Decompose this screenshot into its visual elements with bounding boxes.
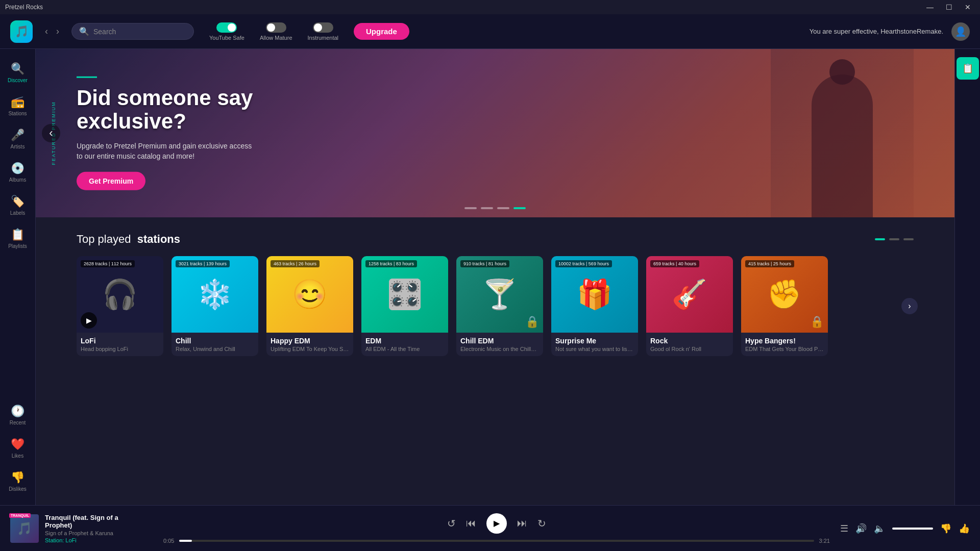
mute-button[interactable]: 🔈 <box>874 523 885 534</box>
happy-edm-badge: 463 tracks | 26 hours <box>271 260 320 267</box>
edm-desc: All EDM - All the Time <box>365 346 444 352</box>
happy-edm-icon: 😊 <box>292 278 328 311</box>
add-icon: 📋 <box>962 63 973 74</box>
volume-slider[interactable] <box>892 528 933 530</box>
station-card-edm[interactable]: 🎛️ 1258 tracks | 83 hours EDM All EDM - … <box>361 256 448 356</box>
section-nav <box>875 238 914 240</box>
nav-arrows: ‹ › <box>43 24 61 39</box>
chill-name: Chill <box>176 337 254 345</box>
sidebar-item-labels[interactable]: 🏷️ Labels <box>3 190 33 221</box>
cards-container-wrapper: 🎧 2628 tracks | 112 hours ▶ LoFi Head bo… <box>77 256 914 356</box>
instrumental-label: Instrumental <box>308 35 339 41</box>
play-pause-button[interactable]: ▶ <box>486 513 507 534</box>
search-input[interactable] <box>93 28 186 36</box>
skip-forward-button[interactable]: ⏭ <box>517 517 527 529</box>
surprise-me-name: Surprise Me <box>555 337 634 345</box>
repeat-button[interactable]: ↺ <box>447 517 456 530</box>
sidebar-item-playlists[interactable]: 📋 Playlists <box>3 223 33 254</box>
avatar[interactable]: 👤 <box>951 22 970 41</box>
station-card-rock[interactable]: 🎸 659 tracks | 40 hours Rock Good ol Roc… <box>646 256 733 356</box>
hero-title: Did someone say exclusive? <box>77 86 255 133</box>
speaker-button[interactable]: 🔊 <box>855 523 867 534</box>
edm-icon: 🎛️ <box>387 278 423 311</box>
user-area: You are super effective, HearthstoneRema… <box>810 22 970 41</box>
maximize-button[interactable]: ☐ <box>942 3 957 11</box>
sidebar-item-artists[interactable]: 🎤 Artists <box>3 123 33 155</box>
section-title: Top played stations <box>77 233 180 246</box>
hero-dot-1[interactable] <box>464 207 477 209</box>
station-card-lofi[interactable]: 🎧 2628 tracks | 112 hours ▶ LoFi Head bo… <box>77 256 163 356</box>
nav-dot-1[interactable] <box>875 238 885 240</box>
title-prefix: Top played <box>77 233 131 245</box>
chill-edm-icon: 🍸 <box>482 278 518 311</box>
hero-dot-4[interactable] <box>513 207 526 209</box>
hero-prev-button[interactable]: ‹ <box>42 124 60 142</box>
sidebar-item-dislikes[interactable]: 👎 Dislikes <box>3 466 33 497</box>
instrumental-toggle[interactable] <box>313 22 333 33</box>
surprise-me-desc: Not sure what you want to listen to? <box>555 346 634 352</box>
station-card-happy-edm[interactable]: 😊 463 tracks | 26 hours Happy EDM Uplift… <box>266 256 353 356</box>
sidebar: 🔍 Discover 📻 Stations 🎤 Artists 💿 Albums… <box>0 49 36 505</box>
station-card-surprise-me[interactable]: 🎁 10002 tracks | 569 hours Surprise Me N… <box>551 256 638 356</box>
body: 🔍 Discover 📻 Stations 🎤 Artists 💿 Albums… <box>0 49 980 505</box>
hero-dots <box>464 207 526 209</box>
back-button[interactable]: ‹ <box>43 24 50 39</box>
thumbs-down-button[interactable]: 👎 <box>940 523 951 534</box>
minimize-button[interactable]: — <box>922 3 938 11</box>
nav-dot-3[interactable] <box>903 238 914 240</box>
station-card-chill-edm[interactable]: 🍸 910 tracks | 81 hours 🔒 Chill EDM Elec… <box>456 256 543 356</box>
sidebar-item-discover[interactable]: 🔍 Discover <box>3 57 33 88</box>
hero-banner: Featured Premium Did someone say exclusi… <box>36 49 954 217</box>
rock-icon: 🎸 <box>672 278 707 311</box>
discover-icon: 🔍 <box>11 62 24 76</box>
sidebar-item-albums[interactable]: 💿 Albums <box>3 157 33 188</box>
upgrade-button[interactable]: Upgrade <box>354 23 409 40</box>
lofi-desc: Head bopping LoFi <box>81 346 159 352</box>
rock-badge: 659 tracks | 40 hours <box>650 260 699 267</box>
queue-button[interactable]: ☰ <box>840 523 848 534</box>
hero-dot-3[interactable] <box>497 207 509 209</box>
stations-next-button[interactable]: › <box>901 298 918 314</box>
sidebar-item-recent[interactable]: 🕐 Recent <box>3 399 33 431</box>
chill-edm-lock-icon: 🔒 <box>525 315 539 329</box>
player-artists: Sign of a Prophet & Karuna <box>45 530 147 536</box>
skip-back-button[interactable]: ⏮ <box>466 517 476 529</box>
shuffle-button[interactable]: ↻ <box>537 517 546 530</box>
youtube-safe-toggle-item: YouTube Safe <box>209 22 244 41</box>
artists-icon: 🎤 <box>11 129 24 142</box>
station-thumb-edm: 🎛️ 1258 tracks | 83 hours <box>361 256 448 333</box>
app-name: Pretzel Rocks <box>5 4 43 11</box>
lofi-play-button[interactable]: ▶ <box>81 312 97 329</box>
close-button[interactable]: ✕ <box>961 3 975 11</box>
station-card-chill[interactable]: ❄️ 3021 tracks | 139 hours Chill Relax, … <box>172 256 258 356</box>
likes-icon: ❤️ <box>11 438 24 451</box>
thumbs-up-button[interactable]: 👍 <box>959 523 970 534</box>
nav-dot-2[interactable] <box>889 238 899 240</box>
section-header: Top played stations <box>77 233 914 246</box>
surprise-me-badge: 10002 tracks | 569 hours <box>555 260 612 267</box>
title-bar: Pretzel Rocks — ☐ ✕ <box>0 0 980 14</box>
progress-bar[interactable] <box>179 540 814 542</box>
current-time: 0:05 <box>163 538 174 544</box>
forward-button[interactable]: › <box>54 24 61 39</box>
logo: 🎵 <box>10 20 33 43</box>
get-premium-button[interactable]: Get Premium <box>77 171 145 190</box>
youtube-safe-knob <box>228 23 236 32</box>
allow-mature-toggle-item: Allow Mature <box>260 22 292 41</box>
allow-mature-toggle[interactable] <box>266 22 286 33</box>
player: 🎵 TRANQUIL Tranquil (feat. Sign of a Pro… <box>0 505 980 551</box>
chill-icon: ❄️ <box>197 278 233 311</box>
station-card-hype-bangers[interactable]: ✊ 415 tracks | 25 hours 🔒 Hype Bangers! … <box>741 256 828 356</box>
sidebar-item-likes[interactable]: ❤️ Likes <box>3 433 33 464</box>
add-to-queue-button[interactable]: 📋 <box>957 57 979 80</box>
hype-bangers-name: Hype Bangers! <box>745 337 824 345</box>
chill-edm-badge: 910 tracks | 81 hours <box>460 260 509 267</box>
hero-dot-2[interactable] <box>481 207 493 209</box>
hype-bangers-desc: EDM That Gets Your Blood Pumping! <box>745 346 824 352</box>
youtube-safe-toggle[interactable] <box>216 22 237 33</box>
rock-desc: Good ol Rock n' Roll <box>650 346 729 352</box>
sidebar-item-stations[interactable]: 📻 Stations <box>3 90 33 121</box>
instrumental-knob <box>314 23 322 32</box>
happy-edm-info: Happy EDM Uplifting EDM To Keep You Smil… <box>266 333 353 356</box>
dislikes-icon: 👎 <box>11 471 24 484</box>
